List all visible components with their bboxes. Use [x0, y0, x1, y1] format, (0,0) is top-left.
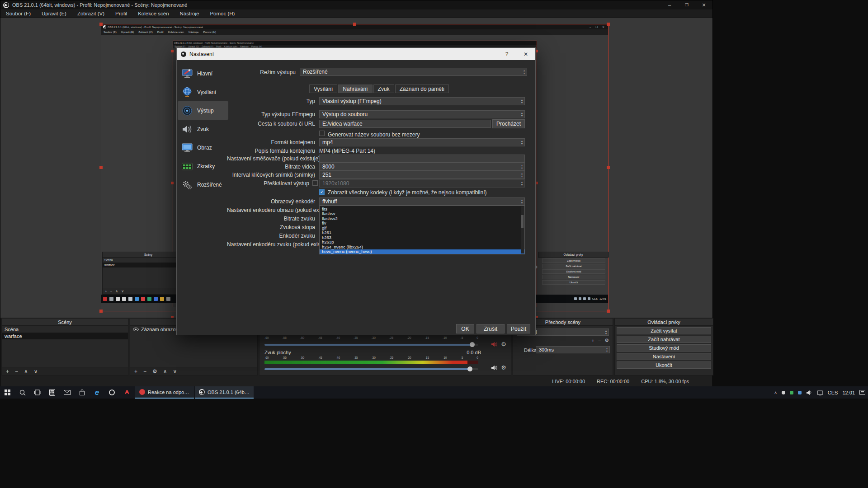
scene-row[interactable]: Scéna — [2, 326, 128, 333]
selection-handle[interactable] — [607, 310, 610, 313]
add-source-button[interactable]: + — [134, 368, 137, 375]
show-all-codecs-checkbox[interactable] — [319, 189, 325, 195]
dropdown-item[interactable]: h263 — [320, 235, 524, 240]
remove-source-button[interactable]: − — [143, 368, 146, 375]
tray-expand-icon[interactable]: ∧ — [774, 390, 777, 395]
apply-button[interactable]: Použít — [507, 324, 530, 333]
title-bar[interactable]: OBS 21.0.1 (64bit, windows) - Profil: Ne… — [0, 0, 712, 9]
minimize-button[interactable] — [661, 0, 678, 9]
menu-kolekce[interactable]: Kolekce scén — [132, 11, 174, 16]
scene-row-selected[interactable]: warface — [2, 333, 128, 339]
start-button[interactable] — [0, 386, 15, 399]
menu-zobrazit[interactable]: Zobrazit (V) — [72, 11, 110, 16]
network-icon[interactable] — [817, 390, 823, 395]
settings-button[interactable]: Nastavení — [617, 353, 711, 360]
browse-button[interactable]: Procházet — [492, 119, 525, 128]
remove-transition-button[interactable]: − — [598, 338, 601, 343]
gear-icon[interactable]: ⚙ — [501, 365, 506, 371]
help-button[interactable] — [497, 48, 516, 60]
start-recording-button[interactable]: Začít nahrávat — [617, 336, 711, 343]
sidebar-item-vystup[interactable]: Výstup — [178, 101, 228, 120]
tray-icon[interactable] — [782, 391, 785, 394]
add-transition-button[interactable]: + — [591, 338, 594, 343]
duration-spinner[interactable]: 300ms — [536, 346, 610, 353]
move-source-down-button[interactable]: ∨ — [173, 368, 177, 375]
taskbar-pinned-browser[interactable] — [104, 386, 119, 399]
move-scene-up-button[interactable]: ∧ — [24, 368, 28, 375]
dropdown-item[interactable]: flashsv2 — [320, 216, 524, 221]
dialog-close-button[interactable] — [516, 48, 535, 60]
taskbar-pinned-mail[interactable] — [60, 386, 75, 399]
dropdown-item[interactable]: h261 — [320, 230, 524, 235]
selection-handle[interactable] — [353, 23, 356, 26]
dropdown-item-selected[interactable]: hevc_nvenc (nvenc_hevc) — [320, 249, 524, 254]
sidebar-item-vysilani[interactable]: Vysílání — [178, 83, 228, 101]
menu-pomoc[interactable]: Pomoc (H) — [204, 11, 240, 16]
volume-icon[interactable] — [806, 390, 812, 395]
tab-vysilani[interactable]: Vysílání — [309, 84, 337, 93]
controls-dock-title[interactable]: Ovládací prvky — [614, 318, 713, 326]
studio-mode-button[interactable]: Studiový mód — [617, 344, 711, 352]
taskbar-pinned-edge[interactable]: e — [90, 386, 104, 399]
tray-language[interactable]: CES — [828, 390, 838, 395]
rescale-checkbox[interactable] — [312, 180, 318, 186]
ok-button[interactable]: OK — [456, 324, 474, 333]
video-bitrate-spinner[interactable]: 8000 — [319, 163, 525, 171]
tab-zvuk[interactable]: Zvuk — [373, 84, 394, 93]
type-select[interactable]: Vlastní výstup (FFmpeg) — [319, 97, 525, 105]
keyframe-interval-spinner[interactable]: 251 — [319, 171, 525, 179]
close-button[interactable] — [695, 0, 712, 9]
start-streaming-button[interactable]: Začít vysílat — [617, 327, 711, 334]
sidebar-item-obraz[interactable]: Obraz — [178, 138, 228, 157]
menu-soubor[interactable]: Soubor (F) — [0, 11, 36, 16]
muxer-input[interactable] — [319, 155, 525, 163]
move-source-up-button[interactable]: ∧ — [163, 368, 167, 375]
volume-slider[interactable] — [264, 368, 478, 370]
menu-profil[interactable]: Profil — [110, 11, 132, 16]
selection-handle[interactable] — [99, 166, 103, 169]
task-view-button[interactable] — [30, 386, 45, 399]
action-center-icon[interactable] — [859, 390, 865, 395]
sidebar-item-zvuk[interactable]: Zvuk — [178, 120, 228, 138]
menu-nastroje[interactable]: Nástroje — [175, 11, 205, 16]
no-space-checkbox[interactable] — [319, 131, 325, 136]
menu-upravit[interactable]: Upravit (E) — [36, 11, 72, 16]
move-scene-down-button[interactable]: ∨ — [34, 368, 38, 375]
dropdown-item[interactable]: h263p — [320, 240, 524, 245]
taskbar-pinned-gx[interactable] — [119, 386, 134, 399]
dropdown-item[interactable]: flv — [320, 221, 524, 226]
taskbar-app-obs[interactable]: OBS 21.0.1 (64bit, win... — [195, 386, 254, 399]
selection-handle[interactable] — [99, 310, 103, 313]
mute-speaker-icon[interactable] — [491, 342, 497, 347]
tab-nahravani[interactable]: Nahrávání — [338, 84, 372, 93]
dropdown-item[interactable]: flashsv — [320, 211, 524, 216]
taskbar-pinned-store[interactable] — [75, 386, 90, 399]
tab-zaznam[interactable]: Záznam do paměti — [395, 84, 449, 93]
selection-handle[interactable] — [607, 166, 610, 169]
exit-button[interactable]: Ukončit — [617, 361, 711, 369]
tray-icon[interactable] — [798, 391, 802, 394]
container-select[interactable]: mp4 — [319, 138, 525, 146]
dropdown-item[interactable]: h264_nvenc (libx264) — [320, 244, 524, 249]
dropdown-item[interactable]: gif — [320, 225, 524, 230]
tray-clock[interactable]: 12:01 — [842, 390, 855, 395]
add-scene-button[interactable]: + — [6, 368, 9, 375]
remove-scene-button[interactable]: − — [15, 368, 18, 375]
taskbar-search-button[interactable] — [15, 386, 30, 399]
tray-icon[interactable] — [790, 391, 793, 394]
transition-properties-icon[interactable]: ⚙ — [604, 338, 609, 343]
video-encoder-select[interactable]: ffvhuff — [319, 197, 525, 206]
taskbar-app-reakce[interactable]: Reakce na odpověď -... — [135, 386, 194, 399]
selection-handle[interactable] — [607, 23, 610, 26]
gear-icon[interactable]: ⚙ — [501, 341, 506, 347]
file-path-input[interactable]: E:/videa warface — [319, 120, 491, 128]
scenes-dock-title[interactable]: Scény — [1, 318, 128, 326]
ffmpeg-type-select[interactable]: Výstup do souboru — [319, 110, 525, 118]
dialog-title-bar[interactable]: Nastavení — [177, 48, 535, 60]
maximize-button[interactable] — [678, 0, 695, 9]
sidebar-item-hlavni[interactable]: Hlavní — [178, 64, 228, 83]
output-mode-select[interactable]: Rozšířené — [300, 68, 527, 76]
taskbar-pinned-calculator[interactable] — [45, 386, 60, 399]
speaker-icon[interactable] — [491, 365, 497, 371]
dropdown-scrollbar[interactable] — [521, 206, 524, 253]
